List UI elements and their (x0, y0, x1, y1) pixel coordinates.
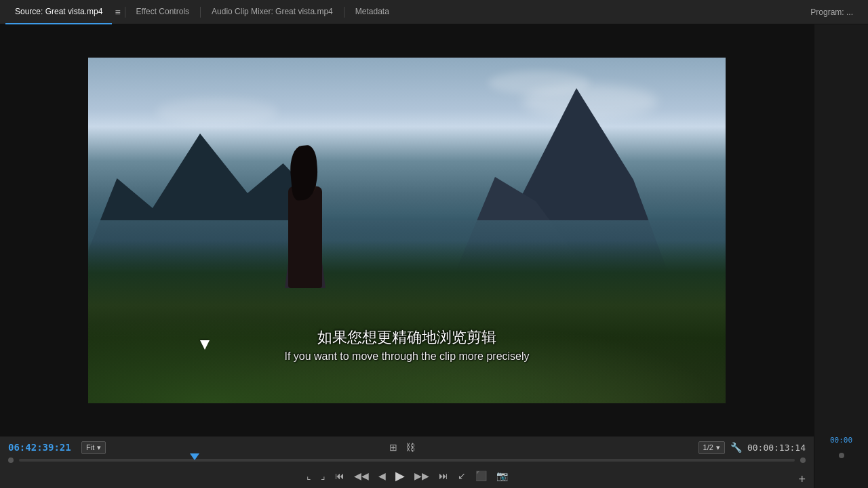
scrubber-start-marker (8, 458, 14, 463)
playback-row: ⌞ ⌟ ⏮ ◀◀ ◀ ▶ ▶▶ ⏭ ↙ ⬛ 📷 + (0, 465, 814, 488)
fit-dropdown[interactable]: Fit ▾ (81, 441, 106, 454)
add-button[interactable]: + (798, 473, 806, 485)
header-tabs: Source: Great vista.mp4 ≡ Effect Control… (0, 0, 868, 24)
scrubber-end-marker (800, 458, 806, 463)
video-panel: 如果您想更精确地浏览剪辑 If you want to move through… (0, 24, 814, 488)
play-button[interactable]: ▶ (392, 466, 408, 485)
tab-divider-3 (344, 7, 344, 18)
resolution-chevron-icon: ▾ (716, 443, 720, 452)
go-to-out-button[interactable]: ⏭ (435, 468, 452, 483)
controls-area: 06:42:39:21 Fit ▾ ⊞ ⛓ 1/2 ▾ 🔧 00:00:13:1… (0, 436, 814, 488)
vegetation-detail (88, 281, 726, 403)
export-frame-button[interactable]: 📷 (493, 468, 511, 483)
person-silhouette (278, 152, 332, 288)
tab-source-label: Source: Great vista.mp4 (15, 7, 102, 16)
playhead (190, 453, 199, 460)
fit-label: Fit (86, 443, 94, 451)
step-back-button[interactable]: ◀◀ (351, 468, 372, 483)
video-container[interactable]: 如果您想更精确地浏览剪辑 If you want to move through… (0, 24, 814, 436)
cloud3 (156, 98, 278, 125)
tab-source[interactable]: Source: Great vista.mp4 (5, 0, 112, 24)
tab-metadata-label: Metadata (355, 7, 389, 16)
tab-divider-1 (125, 7, 125, 18)
source-menu-icon[interactable]: ≡ (112, 7, 123, 18)
link-icon[interactable]: ⛓ (404, 441, 416, 454)
time-row: 06:42:39:21 Fit ▾ ⊞ ⛓ 1/2 ▾ 🔧 00:00:13:1… (0, 436, 814, 455)
tab-effect-controls-label: Effect Controls (136, 7, 189, 16)
video-bg (88, 58, 726, 403)
duration-display: 00:00:13:14 (747, 443, 806, 453)
tab-divider-2 (200, 7, 201, 18)
resolution-label: 1/2 (703, 443, 713, 451)
right-scrubber-dot (839, 453, 844, 458)
grid-view-icon[interactable]: ⊞ (388, 441, 399, 454)
scrubber-track[interactable] (19, 459, 795, 462)
center-icons: ⊞ ⛓ (388, 441, 416, 454)
mark-out-button[interactable]: ⌟ (317, 468, 329, 483)
cloud2 (488, 71, 590, 95)
tab-effect-controls[interactable]: Effect Controls (127, 0, 199, 24)
fit-chevron-icon: ▾ (97, 443, 101, 452)
wrench-icon[interactable]: 🔧 (730, 442, 742, 453)
right-panel-controls: 00:00 (814, 24, 868, 464)
step-fwd-button[interactable]: ▶▶ (411, 468, 433, 483)
person-body (288, 186, 322, 288)
right-timecode: 00:00 (827, 433, 855, 447)
right-panel: 00:00 (814, 24, 868, 488)
tab-program[interactable]: Program: ... (801, 0, 863, 24)
tab-metadata[interactable]: Metadata (346, 0, 399, 24)
resolution-dropdown[interactable]: 1/2 ▾ (698, 441, 725, 454)
scrubber-row[interactable] (0, 455, 814, 465)
mark-in-button[interactable]: ⌞ (303, 468, 315, 483)
current-timecode[interactable]: 06:42:39:21 (8, 442, 76, 453)
main-area: 如果您想更精确地浏览剪辑 If you want to move through… (0, 24, 868, 488)
overwrite-button[interactable]: ⬛ (472, 468, 490, 483)
insert-button[interactable]: ↙ (454, 468, 469, 483)
tab-program-label: Program: ... (810, 7, 853, 17)
play-back-button[interactable]: ◀ (375, 468, 389, 483)
video-frame: 如果您想更精确地浏览剪辑 If you want to move through… (88, 58, 726, 403)
tab-audio-clip-mixer-label: Audio Clip Mixer: Great vista.mp4 (212, 7, 333, 16)
go-to-in-button[interactable]: ⏮ (332, 468, 348, 483)
tab-audio-clip-mixer[interactable]: Audio Clip Mixer: Great vista.mp4 (202, 0, 342, 24)
